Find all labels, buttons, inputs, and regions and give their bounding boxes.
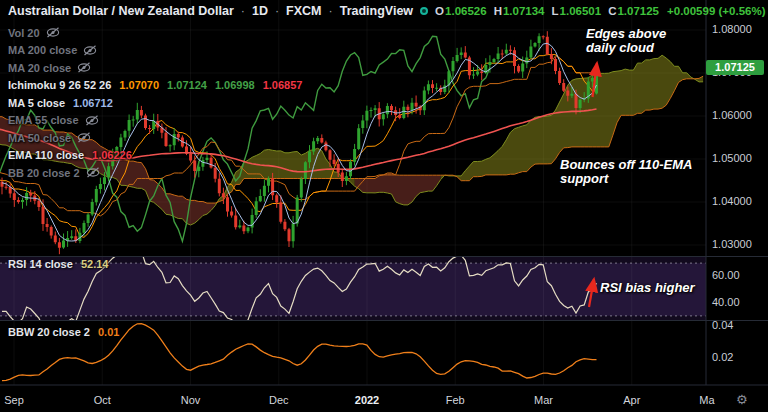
time-axis-label: Dec [269,394,289,406]
annotation-bounces-ema[interactable]: Bounces off 110-EMA support [560,158,692,186]
price-axis-label: 1.03000 [712,238,752,250]
time-axis-label: Sep [4,394,24,406]
rsi-axis-label: 40.00 [712,296,740,308]
indicator-label: MA 20 close [8,62,71,74]
indicator-value: 1.06998 [215,79,255,91]
time-axis-label: Feb [446,394,465,406]
legend-row-vol-20[interactable]: Vol 20 [8,24,302,42]
low-value: 1.06501 [560,5,602,17]
indicator-value: 1.07124 [167,79,207,91]
annotation-rsi-bias[interactable]: RSI bias higher [600,281,695,295]
indicator-label: BB 20 close 2 [8,167,80,179]
legend-row-ema-110-close[interactable]: EMA 110 close1.06226 [8,147,302,165]
hidden-eye-icon[interactable] [77,62,91,73]
indicator-label: MA 5 close [8,97,65,109]
bbw-axis-label: 0.04 [712,319,733,331]
annotation-edges-above-cloud[interactable]: Edges above daily cloud [586,27,666,55]
rsi-label: RSI 14 close [8,258,73,270]
legend-row-ema-55-close[interactable]: EMA 55 close [8,112,302,130]
symbol-title-row[interactable]: Australian Dollar / New Zealand Dollar ·… [8,4,765,18]
indicator-label: MA 200 close [8,44,77,56]
legend-row-ma-50-close[interactable]: MA 50 close [8,129,302,147]
time-axis-label: Mar [534,394,553,406]
interval-label[interactable]: 1D [252,4,268,18]
legend-row-ichimoku-9-26-52-26[interactable]: Ichimoku 9 26 52 261.070701.071241.06998… [8,77,302,95]
indicator-value: 1.06712 [73,97,113,109]
rsi-legend-row[interactable]: RSI 14 close 52.14 [8,258,108,270]
indicator-value: 1.06226 [92,149,132,161]
indicator-label: EMA 110 close [8,149,84,161]
indicator-label: MA 50 close [8,132,71,144]
ohlc-readout: O1.06526 H1.07134 L1.06501 C1.07125 +0.0… [435,5,765,17]
close-value: 1.07125 [617,5,659,17]
title-separator: · [241,4,245,18]
indicator-label: EMA 55 close [8,114,79,126]
rsi-value: 52.14 [81,258,109,270]
hidden-eye-icon[interactable] [46,27,60,38]
legend-row-ma-20-close[interactable]: MA 20 close [8,59,302,77]
change-value: +0.00599 (+0.56%) [667,5,765,17]
bbw-label: BBW 20 close 2 [8,326,90,338]
title-separator: · [329,4,333,18]
high-value: 1.07134 [503,5,545,17]
indicator-label: Vol 20 [8,27,40,39]
platform-label: TradingView [340,4,413,18]
hidden-eye-icon[interactable] [83,45,97,56]
hidden-eye-icon[interactable] [77,132,91,143]
indicator-value: 1.07070 [119,79,159,91]
time-axis-settings-icon[interactable]: ⚙ [736,392,748,407]
time-axis-label: Ma [699,394,714,406]
time-axis-label: Oct [94,394,111,406]
last-price-badge: 1.07125 [706,60,764,75]
symbol-title[interactable]: Australian Dollar / New Zealand Dollar [8,4,234,18]
price-axis-label: 1.05000 [712,152,752,164]
time-axis-label: Apr [623,394,640,406]
time-axis-label: 2022 [355,394,379,406]
indicator-value: 1.06857 [263,79,303,91]
time-axis-label: Nov [181,394,201,406]
legend-row-ma-5-close[interactable]: MA 5 close1.06712 [8,94,302,112]
indicator-legend: Vol 20MA 200 closeMA 20 closeIchimoku 9 … [8,24,302,182]
legend-row-bb-20-close-2[interactable]: BB 20 close 2 [8,164,302,182]
hidden-eye-icon[interactable] [85,115,99,126]
price-axis-label: 1.04000 [712,195,752,207]
price-axis-label: 1.06000 [712,109,752,121]
hidden-eye-icon[interactable] [86,167,100,178]
exchange-label: FXCM [286,4,321,18]
indicator-label: Ichimoku 9 26 52 26 [8,79,111,91]
bbw-value: 0.01 [98,326,119,338]
bbw-axis-label: 0.02 [712,351,733,363]
legend-row-ma-200-close[interactable]: MA 200 close [8,42,302,60]
price-axis-label: 1.08000 [712,23,752,35]
tradingview-chart-window: Australian Dollar / New Zealand Dollar ·… [0,0,768,412]
rsi-axis-label: 60.00 [712,269,740,281]
open-value: 1.06526 [445,5,487,17]
bbw-legend-row[interactable]: BBW 20 close 2 0.01 [8,326,119,338]
market-status-icon [420,7,428,15]
title-separator: · [275,4,279,18]
